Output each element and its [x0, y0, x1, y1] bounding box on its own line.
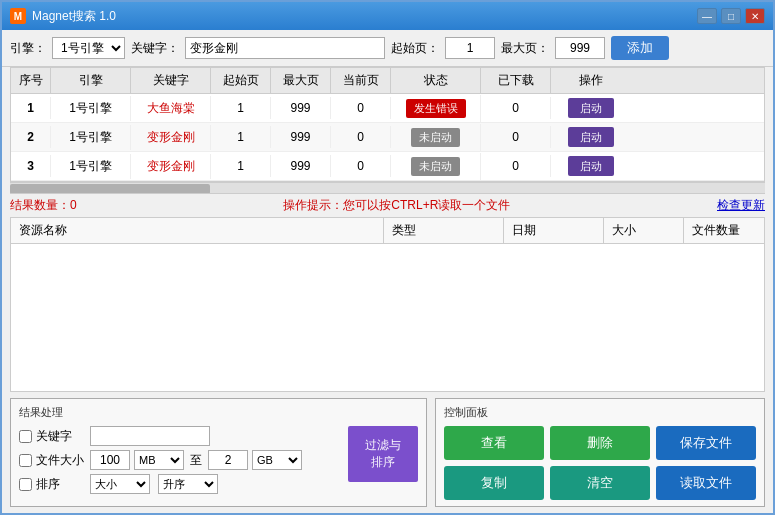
add-button[interactable]: 添加: [611, 36, 669, 60]
row3-engine: 1号引擎: [51, 154, 131, 179]
col-max-page: 最大页: [271, 68, 331, 93]
row2-start: 1: [211, 126, 271, 148]
filter-sort-button[interactable]: 过滤与排序: [348, 426, 418, 482]
max-page-label: 最大页：: [501, 40, 549, 57]
row3-max: 999: [271, 155, 331, 177]
result-count: 结果数量：0: [10, 197, 77, 214]
filter-size-from-input[interactable]: [90, 450, 130, 470]
col-index: 序号: [11, 68, 51, 93]
row2-action: 启动: [551, 123, 631, 151]
engine-select[interactable]: 1号引擎 2号引擎: [52, 37, 125, 59]
row3-keyword: 变形金刚: [131, 154, 211, 179]
row1-keyword: 大鱼海棠: [131, 96, 211, 121]
row3-start: 1: [211, 155, 271, 177]
start-button-2[interactable]: 启动: [568, 127, 614, 147]
table-scrollbar[interactable]: [10, 182, 765, 194]
result-col-name: 资源名称: [11, 218, 384, 243]
keyword-label: 关键字：: [131, 40, 179, 57]
result-col-date: 日期: [504, 218, 604, 243]
row3-current: 0: [331, 155, 391, 177]
col-downloaded: 已下载: [481, 68, 551, 93]
view-button[interactable]: 查看: [444, 426, 544, 460]
filter-sort-order[interactable]: 升序 降序: [158, 474, 218, 494]
app-icon: M: [10, 8, 26, 24]
filter-keyword-input[interactable]: [90, 426, 210, 446]
filter-keyword-checkbox[interactable]: [19, 430, 32, 443]
filter-size-label: 文件大小: [36, 452, 86, 469]
row1-status: 发生错误: [391, 95, 481, 122]
start-button-3[interactable]: 启动: [568, 156, 614, 176]
col-engine: 引擎: [51, 68, 131, 93]
row2-status: 未启动: [391, 124, 481, 151]
status-bar: 结果数量：0 操作提示：您可以按CTRL+R读取一个文件 检查更新: [2, 194, 773, 217]
copy-button[interactable]: 复制: [444, 466, 544, 500]
table-row: 3 1号引擎 变形金刚 1 999 0 未启动 0 启动: [11, 152, 764, 181]
row2-keyword: 变形金刚: [131, 125, 211, 150]
result-col-filecount: 文件数量: [684, 218, 764, 243]
title-bar: M Magnet搜索 1.0 — □ ✕: [2, 2, 773, 30]
filter-keyword-label: 关键字: [36, 428, 86, 445]
filter-sort-by[interactable]: 大小 日期: [90, 474, 150, 494]
row1-action: 启动: [551, 94, 631, 122]
col-start-page: 起始页: [211, 68, 271, 93]
status-badge-error: 发生错误: [406, 99, 466, 118]
keyword-input[interactable]: [185, 37, 385, 59]
filter-sort-checkbox[interactable]: [19, 478, 32, 491]
row1-engine: 1号引擎: [51, 96, 131, 121]
row3-status: 未启动: [391, 153, 481, 180]
control-panel: 控制面板 查看 删除 保存文件 复制 清空 读取文件: [435, 398, 765, 507]
table-header: 序号 引擎 关键字 起始页 最大页 当前页 状态 已下载 操作: [11, 68, 764, 94]
row2-downloaded: 0: [481, 126, 551, 148]
col-action: 操作: [551, 68, 631, 93]
row1-index: 1: [11, 97, 51, 119]
row1-downloaded: 0: [481, 97, 551, 119]
clear-button[interactable]: 清空: [550, 466, 650, 500]
control-buttons: 查看 删除 保存文件 复制 清空 读取文件: [444, 426, 756, 500]
result-body: [11, 244, 764, 391]
row2-engine: 1号引擎: [51, 125, 131, 150]
save-file-button[interactable]: 保存文件: [656, 426, 756, 460]
task-table: 序号 引擎 关键字 起始页 最大页 当前页 状态 已下载 操作 1 1号引擎 大…: [10, 67, 765, 182]
read-file-button[interactable]: 读取文件: [656, 466, 756, 500]
max-page-input[interactable]: [555, 37, 605, 59]
start-button-1[interactable]: 启动: [568, 98, 614, 118]
filter-size-to-unit[interactable]: GB MB: [252, 450, 302, 470]
row2-index: 2: [11, 126, 51, 148]
col-status: 状态: [391, 68, 481, 93]
minimize-button[interactable]: —: [697, 8, 717, 24]
left-panel-title: 结果处理: [19, 405, 418, 420]
col-keyword: 关键字: [131, 68, 211, 93]
col-current-page: 当前页: [331, 68, 391, 93]
row3-index: 3: [11, 155, 51, 177]
status-badge-idle-3: 未启动: [411, 157, 460, 176]
filter-sort-label: 排序: [36, 476, 86, 493]
bottom-panels: 结果处理 关键字 文件大小 MB GB: [2, 392, 773, 513]
result-col-size: 大小: [604, 218, 684, 243]
row1-max: 999: [271, 97, 331, 119]
result-header: 资源名称 类型 日期 大小 文件数量: [11, 218, 764, 244]
status-badge-idle-2: 未启动: [411, 128, 460, 147]
delete-button[interactable]: 删除: [550, 426, 650, 460]
row2-current: 0: [331, 126, 391, 148]
table-body: 1 1号引擎 大鱼海棠 1 999 0 发生错误 0 启动 2 1号引擎 变形金…: [11, 94, 764, 181]
close-button[interactable]: ✕: [745, 8, 765, 24]
filter-size-to-input[interactable]: [208, 450, 248, 470]
window-title: Magnet搜索 1.0: [32, 8, 116, 25]
engine-label: 引擎：: [10, 40, 46, 57]
filter-size-checkbox[interactable]: [19, 454, 32, 467]
start-page-input[interactable]: [445, 37, 495, 59]
result-processing-panel: 结果处理 关键字 文件大小 MB GB: [10, 398, 427, 507]
result-table: 资源名称 类型 日期 大小 文件数量: [10, 217, 765, 392]
filter-sort-row: 排序 大小 日期 升序 降序: [19, 474, 342, 494]
table-row: 2 1号引擎 变形金刚 1 999 0 未启动 0 启动: [11, 123, 764, 152]
filter-keyword-row: 关键字: [19, 426, 342, 446]
filter-size-from-unit[interactable]: MB GB: [134, 450, 184, 470]
maximize-button[interactable]: □: [721, 8, 741, 24]
row3-action: 启动: [551, 152, 631, 180]
row2-max: 999: [271, 126, 331, 148]
filter-size-row: 文件大小 MB GB 至 GB MB: [19, 450, 342, 470]
row3-downloaded: 0: [481, 155, 551, 177]
row1-current: 0: [331, 97, 391, 119]
title-controls: — □ ✕: [697, 8, 765, 24]
check-update-link[interactable]: 检查更新: [717, 197, 765, 214]
